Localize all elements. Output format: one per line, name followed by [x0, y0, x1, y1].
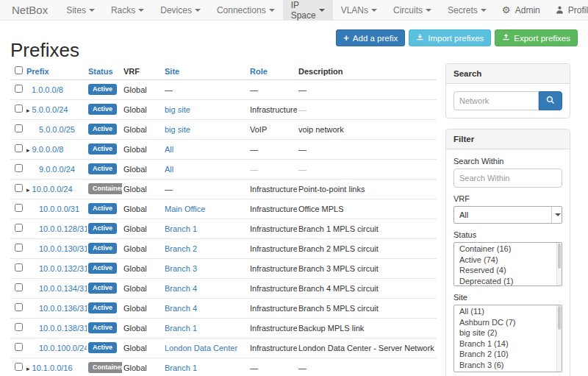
row-checkbox[interactable] — [15, 85, 23, 93]
status-option[interactable]: Active (74) — [454, 255, 562, 266]
prefix-link[interactable]: 10.0.0.0/31 — [39, 205, 79, 213]
chevron-down-icon — [319, 9, 325, 12]
prefix-link[interactable]: 1.0.0.0/8 — [32, 85, 63, 94]
nav-item-circuits[interactable]: Circuits — [385, 0, 440, 20]
expand-arrow-icon[interactable]: ▸ — [26, 186, 30, 194]
status-option[interactable]: Deprecated (1) — [454, 277, 562, 287]
nav-admin-link[interactable]: ⚙Admin — [495, 0, 548, 20]
site-option[interactable]: big site (2) — [454, 328, 562, 339]
prefix-link[interactable]: 10.0.0.130/31 — [39, 244, 87, 253]
export-prefixes-button[interactable]: Export prefixes — [495, 29, 578, 46]
table-row: 5.0.0.0/25ActiveGlobalbig siteVoIPvoip n… — [10, 120, 437, 140]
prefix-link[interactable]: 5.0.0.0/24 — [32, 105, 68, 114]
row-checkbox[interactable] — [15, 184, 23, 192]
prefix-link[interactable]: 10.0.0.134/31 — [39, 284, 87, 293]
nav-item-devices[interactable]: Devices — [152, 0, 209, 20]
prefix-link[interactable]: 10.0.0.132/31 — [39, 264, 87, 273]
site-link[interactable]: big site — [165, 125, 190, 134]
nav-item-vlans[interactable]: VLANs — [333, 0, 385, 20]
prefix-link[interactable]: 10.0.0.0/24 — [32, 185, 73, 194]
table-row: 10.0.100.0/24ActiveGlobalLondon Data Cen… — [10, 338, 437, 358]
expand-arrow-icon[interactable]: ▸ — [26, 365, 30, 372]
site-cell: Branch 3 — [163, 259, 248, 279]
search-button[interactable] — [539, 91, 562, 110]
column-header-link[interactable]: Prefix — [26, 67, 49, 76]
status-option[interactable]: Container (16) — [454, 244, 562, 255]
scrollbar[interactable] — [556, 243, 562, 285]
prefix-link[interactable]: 9.0.0.0/24 — [39, 165, 75, 174]
prefix-link[interactable]: 10.0.0.136/31 — [39, 304, 87, 313]
site-option[interactable]: Ashburn DC (7) — [454, 318, 562, 329]
nav-profile-link[interactable]: Profile — [548, 0, 588, 20]
vrf-cell: Global — [122, 338, 163, 358]
site-link[interactable]: Branch 1 — [165, 324, 197, 333]
prefix-link[interactable]: 10.0.100.0/24 — [39, 344, 87, 352]
site-link[interactable]: Branch 1 — [165, 363, 197, 372]
prefix-table: PrefixStatusVRFSiteRoleDescription 1.0.0… — [10, 63, 437, 376]
status-cell: Active — [87, 338, 122, 358]
row-checkbox[interactable] — [15, 303, 23, 311]
row-checkbox[interactable] — [15, 244, 23, 252]
status-cell: Active — [87, 120, 122, 140]
site-link[interactable]: big site — [165, 105, 190, 114]
site-option[interactable]: Branch 3 (6) — [454, 361, 562, 372]
row-checkbox-cell — [10, 319, 25, 338]
column-header-link[interactable]: Site — [165, 67, 179, 76]
row-checkbox[interactable] — [15, 283, 23, 291]
row-checkbox[interactable] — [15, 263, 23, 272]
status-option[interactable]: Reserved (4) — [454, 266, 562, 277]
expand-arrow-icon[interactable]: ▸ — [26, 107, 30, 114]
chevron-down-icon — [138, 9, 144, 12]
site-link[interactable]: Branch 2 — [165, 244, 197, 253]
site-link[interactable]: London Data Center — [165, 344, 237, 352]
site-option[interactable]: Branch 4 (12) — [454, 371, 562, 372]
site-link[interactable]: All — [165, 145, 173, 154]
prefix-link[interactable]: 10.1.0.0/16 — [32, 363, 73, 372]
column-header-prefix: Prefix — [25, 63, 87, 80]
select-all-checkbox[interactable] — [15, 66, 23, 74]
site-option[interactable]: Branch 1 (14) — [454, 339, 562, 350]
row-checkbox[interactable] — [15, 323, 23, 331]
site-cell: All — [163, 140, 248, 160]
prefix-cell: ▸10.1.0.0/16 — [25, 358, 87, 376]
row-checkbox[interactable] — [15, 124, 23, 132]
column-header-link[interactable]: Role — [250, 67, 268, 76]
search-input[interactable] — [453, 91, 539, 110]
status-filter-list[interactable]: Container (16)Active (74)Reserved (4)Dep… — [453, 242, 562, 286]
site-option[interactable]: All (11) — [454, 307, 562, 318]
row-checkbox[interactable] — [15, 104, 23, 113]
row-checkbox[interactable] — [15, 363, 23, 371]
nav-item-ip-space[interactable]: IP Space — [283, 0, 333, 20]
site-option[interactable]: Branch 2 (10) — [454, 350, 562, 361]
row-checkbox[interactable] — [15, 343, 23, 351]
prefix-link[interactable]: 9.0.0.0/8 — [32, 145, 64, 154]
nav-item-secrets[interactable]: Secrets — [440, 0, 495, 20]
app-brand[interactable]: NetBox — [0, 0, 58, 20]
site-link[interactable]: Branch 1 — [165, 224, 197, 233]
column-header-link[interactable]: Status — [88, 67, 113, 76]
row-checkbox[interactable] — [15, 164, 23, 172]
site-link[interactable]: Branch 4 — [165, 284, 197, 293]
site-link[interactable]: Branch 3 — [165, 264, 197, 273]
search-within-input[interactable] — [453, 169, 562, 188]
status-badge: Active — [88, 263, 117, 274]
prefix-link[interactable]: 5.0.0.0/25 — [39, 125, 75, 134]
expand-arrow-icon[interactable]: ▸ — [26, 146, 30, 154]
add-a-prefix-button[interactable]: +Add a prefix — [336, 29, 405, 46]
nav-item-racks[interactable]: Racks — [103, 0, 152, 20]
site-link[interactable]: Branch 4 — [165, 304, 197, 313]
prefix-link[interactable]: 10.0.0.138/31 — [39, 324, 87, 333]
row-checkbox[interactable] — [15, 144, 23, 152]
import-prefixes-button[interactable]: Import prefixes — [409, 29, 491, 46]
prefix-link[interactable]: 10.0.0.128/31 — [39, 224, 87, 233]
row-checkbox[interactable] — [15, 204, 23, 212]
site-link[interactable]: All — [165, 165, 173, 174]
row-checkbox[interactable] — [15, 224, 23, 232]
site-filter-list[interactable]: All (11)Ashburn DC (7)big site (2)Branch… — [453, 305, 562, 372]
nav-item-sites[interactable]: Sites — [58, 0, 103, 20]
nav-item-connections[interactable]: Connections — [209, 0, 283, 20]
site-link[interactable]: Main Office — [165, 205, 205, 213]
role-cell: — — [248, 140, 297, 160]
scrollbar[interactable] — [556, 305, 562, 372]
vrf-select[interactable]: All — [453, 206, 562, 224]
